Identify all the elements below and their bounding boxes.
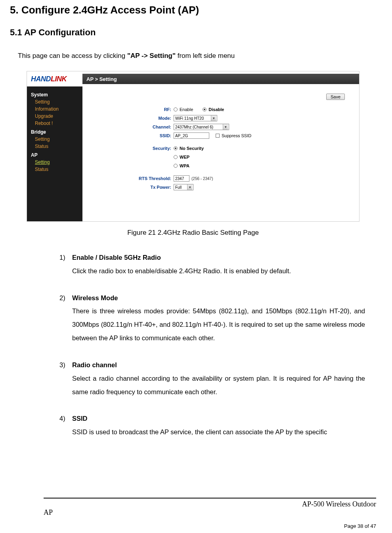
item-body: SSID is used to broadcast the AP service… — [59, 426, 365, 439]
list-item: 3)Radio channel Select a radio channel a… — [59, 359, 365, 399]
heading-2: 5.1 AP Configuration — [10, 27, 376, 38]
mode-select[interactable]: WiFi 11ng HT20 — [174, 115, 217, 121]
rf-label: RF: — [82, 107, 174, 112]
figure-caption: Figure 21 2.4GHz Radio Basic Setting Pag… — [10, 229, 376, 237]
list-item: 1)Enable / Disable 5GHz Radio Click the … — [59, 251, 365, 278]
item-body: Click the radio box to enable/disable 2.… — [59, 265, 365, 278]
sidebar-item-system-setting[interactable]: Setting — [27, 98, 82, 105]
ssid-label: SSID: — [82, 133, 174, 138]
txpower-select[interactable]: Full — [174, 184, 193, 190]
sidebar-item-ap-setting[interactable]: Setting — [27, 159, 82, 166]
footer-page-number: Page 38 of 47 — [0, 517, 392, 529]
security-wep-text: WEP — [180, 155, 189, 159]
item-number: 2) — [59, 291, 72, 305]
item-number: 1) — [59, 251, 72, 265]
item-title: Radio channel — [72, 361, 117, 368]
item-body: There is three wireless modes provide: 5… — [59, 305, 365, 345]
settings-panel: Save RF: Enable Disable Mode: WiFi 11ng … — [82, 86, 359, 221]
rf-disable-text: Disable — [208, 107, 224, 112]
security-wpa-text: WPA — [180, 163, 189, 168]
heading-1: 5. Configure 2.4GHz Access Point (AP) — [10, 4, 376, 16]
sidebar-item-upgrade[interactable]: Upgrade — [27, 113, 82, 120]
numbered-list: 1)Enable / Disable 5GHz Radio Click the … — [59, 251, 365, 439]
rts-range: (256 - 2347) — [191, 176, 213, 181]
security-wpa-radio[interactable] — [174, 164, 178, 168]
rf-enable-radio[interactable] — [174, 107, 178, 111]
breadcrumb: AP > Setting — [86, 76, 117, 82]
mode-label: Mode: — [82, 116, 174, 121]
sidebar-item-ap-status[interactable]: Status — [27, 166, 82, 173]
page-footer: AP-500 Wireless Outdoor AP Page 38 of 47 — [0, 498, 392, 529]
list-item: 2)Wireless Mode There is three wireless … — [59, 291, 365, 345]
item-title: Wireless Mode — [72, 294, 118, 301]
rf-enable-text: Enable — [180, 107, 193, 112]
channel-select[interactable]: 2437Mhz (Channel 6) — [174, 124, 229, 130]
item-title: SSID — [72, 415, 88, 422]
intro-prefix: This page can be access by clicking — [18, 52, 127, 59]
embedded-screenshot: HANDLINK AP > Setting System Setting Inf… — [27, 71, 359, 222]
footer-right: AP-500 Wireless Outdoor — [302, 500, 376, 508]
list-item: 4)SSID SSID is used to broadcast the AP … — [59, 412, 365, 439]
intro-bold: "AP -> Setting" — [127, 52, 176, 59]
security-wep-radio[interactable] — [174, 155, 178, 159]
sidebar-group-system: System — [27, 90, 82, 98]
item-body: Select a radio channel according to the … — [59, 372, 365, 399]
screenshot-topbar: HANDLINK AP > Setting — [27, 71, 359, 86]
ssid-input[interactable]: AP_2G — [174, 132, 209, 139]
item-number: 3) — [59, 359, 72, 372]
item-number: 4) — [59, 412, 72, 426]
sidebar-item-bridge-setting[interactable]: Setting — [27, 136, 82, 143]
security-none-radio[interactable] — [174, 146, 178, 150]
sidebar-group-bridge: Bridge — [27, 127, 82, 136]
suppress-ssid-checkbox[interactable] — [216, 134, 220, 138]
item-title: Enable / Disable 5GHz Radio — [72, 254, 161, 261]
breadcrumb-bar: AP > Setting — [82, 74, 359, 84]
rf-disable-radio[interactable] — [203, 107, 207, 111]
security-none-text: No Security — [180, 146, 204, 151]
sidebar-item-information[interactable]: Information — [27, 105, 82, 113]
footer-left: AP — [44, 508, 53, 517]
save-button[interactable]: Save — [326, 94, 345, 100]
intro-paragraph: This page can be access by clicking "AP … — [18, 52, 376, 60]
channel-label: Channel: — [82, 125, 174, 129]
sidebar-group-ap: AP — [27, 150, 82, 159]
logo-link: LINK — [51, 75, 67, 83]
logo: HANDLINK — [27, 75, 82, 83]
sidebar: System Setting Information Upgrade Reboo… — [27, 86, 82, 221]
security-label: Security: — [82, 146, 174, 151]
logo-hand: HAND — [31, 75, 51, 83]
sidebar-item-bridge-status[interactable]: Status — [27, 143, 82, 150]
intro-suffix: from left side menu — [176, 52, 235, 59]
suppress-ssid-text: Suppress SSID — [222, 133, 251, 138]
rts-label: RTS Threshold: — [82, 176, 174, 181]
txpower-label: Tx Power: — [82, 185, 174, 190]
sidebar-item-reboot[interactable]: Reboot ! — [27, 120, 82, 127]
rts-input[interactable]: 2347 — [174, 175, 189, 182]
